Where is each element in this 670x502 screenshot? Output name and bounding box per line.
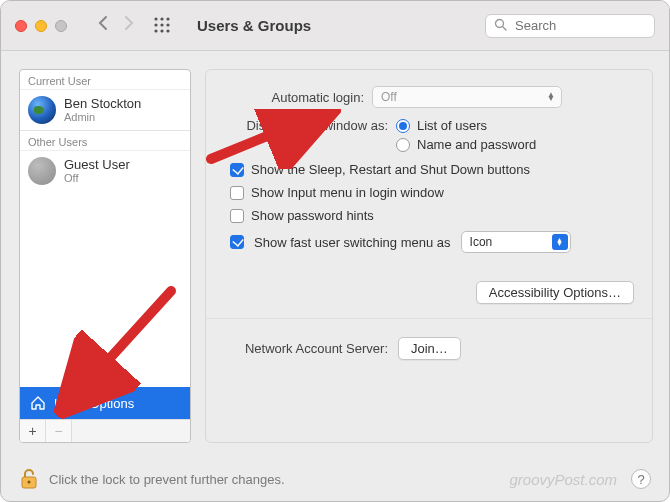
checkbox-icon — [230, 235, 244, 249]
login-options-label: Login Options — [54, 396, 134, 411]
back-button[interactable] — [97, 15, 109, 36]
close-window-button[interactable] — [15, 20, 27, 32]
current-user-name: Ben Stockton — [64, 97, 141, 111]
search-field[interactable] — [485, 14, 655, 38]
radio-icon — [396, 119, 410, 133]
svg-point-12 — [28, 481, 31, 484]
svg-point-6 — [154, 29, 157, 32]
automatic-login-label: Automatic login: — [224, 90, 364, 105]
lock-hint-text: Click the lock to prevent further change… — [49, 472, 285, 487]
checkbox-icon — [230, 163, 244, 177]
svg-point-3 — [154, 23, 157, 26]
help-button[interactable]: ? — [631, 469, 651, 489]
search-icon — [494, 18, 507, 34]
chevron-up-down-icon: ▲▼ — [547, 93, 555, 101]
check-show-input-menu[interactable]: Show Input menu in login window — [230, 185, 634, 200]
svg-point-2 — [166, 17, 169, 20]
guest-user-status: Off — [64, 172, 130, 184]
automatic-login-value: Off — [381, 90, 397, 104]
add-user-button[interactable]: + — [20, 420, 46, 442]
settings-panel: Automatic login: Off ▲▼ Display login wi… — [205, 69, 653, 443]
other-users-section-label: Other Users — [20, 131, 190, 151]
window-title: Users & Groups — [197, 17, 311, 34]
current-user-role: Admin — [64, 111, 141, 123]
sidebar-guest-user[interactable]: Guest User Off — [20, 151, 190, 191]
radio-list-of-users[interactable]: List of users — [396, 118, 536, 133]
join-button[interactable]: Join… — [398, 337, 461, 360]
current-user-section-label: Current User — [20, 70, 190, 90]
network-account-server-label: Network Account Server: — [224, 341, 388, 356]
lock-icon[interactable] — [19, 467, 39, 491]
svg-point-7 — [160, 29, 163, 32]
svg-line-10 — [503, 26, 507, 30]
remove-user-button: − — [46, 420, 72, 442]
svg-point-1 — [160, 17, 163, 20]
svg-point-0 — [154, 17, 157, 20]
show-all-prefs-button[interactable] — [153, 16, 173, 36]
avatar-icon — [28, 157, 56, 185]
chevron-up-down-icon: ▲▼ — [552, 234, 568, 250]
avatar-icon — [28, 96, 56, 124]
users-sidebar: Current User Ben Stockton Admin Other Us… — [19, 69, 191, 443]
fast-switching-mode-popup[interactable]: Icon ▲▼ — [461, 231, 571, 253]
display-login-label: Display login window as: — [224, 118, 388, 133]
radio-name-and-password[interactable]: Name and password — [396, 137, 536, 152]
forward-button — [123, 15, 135, 36]
svg-point-5 — [166, 23, 169, 26]
svg-point-8 — [166, 29, 169, 32]
check-show-sleep-restart[interactable]: Show the Sleep, Restart and Shut Down bu… — [230, 162, 634, 177]
checkbox-icon — [230, 186, 244, 200]
watermark-text: groovyPost.com — [509, 471, 617, 488]
login-options-item[interactable]: Login Options — [20, 387, 190, 419]
svg-point-4 — [160, 23, 163, 26]
guest-user-name: Guest User — [64, 158, 130, 172]
check-show-password-hints[interactable]: Show password hints — [230, 208, 634, 223]
house-icon — [30, 395, 46, 411]
radio-icon — [396, 138, 410, 152]
search-input[interactable] — [513, 17, 646, 34]
accessibility-options-button[interactable]: Accessibility Options… — [476, 281, 634, 304]
minimize-window-button[interactable] — [35, 20, 47, 32]
zoom-window-button — [55, 20, 67, 32]
checkbox-icon — [230, 209, 244, 223]
automatic-login-popup[interactable]: Off ▲▼ — [372, 86, 562, 108]
sidebar-current-user[interactable]: Ben Stockton Admin — [20, 90, 190, 130]
check-fast-user-switching[interactable]: Show fast user switching menu as Icon ▲▼ — [230, 231, 634, 253]
